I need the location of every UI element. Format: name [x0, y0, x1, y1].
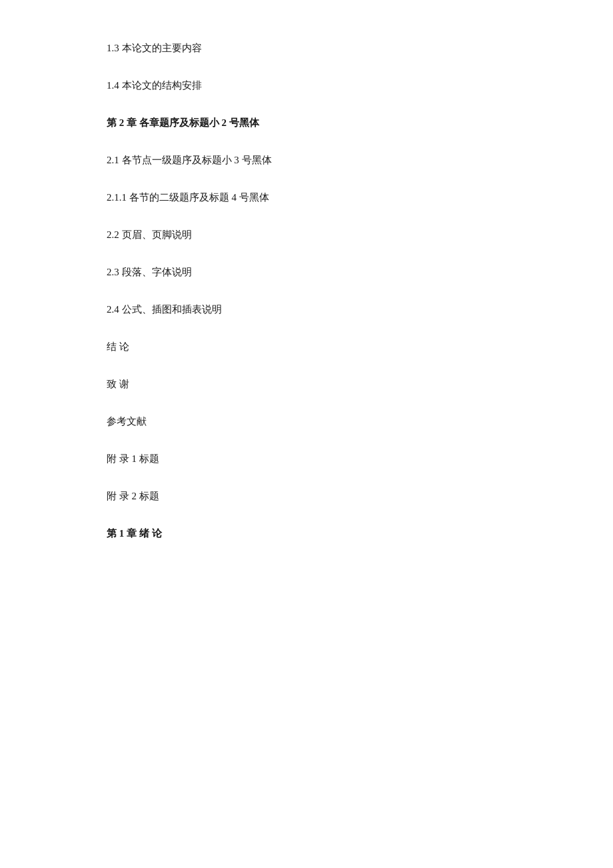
toc-item-item-14: 第 1 章 绪 论	[107, 525, 506, 541]
toc-item-item-3: 第 2 章 各章题序及标题小 2 号黑体	[107, 115, 506, 131]
page-container: 1.3 本论文的主要内容1.4 本论文的结构安排第 2 章 各章题序及标题小 2…	[0, 0, 613, 868]
toc-list: 1.3 本论文的主要内容1.4 本论文的结构安排第 2 章 各章题序及标题小 2…	[107, 40, 506, 541]
toc-item-item-5: 2.1.1 各节的二级题序及标题 4 号黑体	[107, 189, 506, 205]
toc-item-item-12: 附 录 1 标题	[107, 451, 506, 467]
toc-item-item-10: 致 谢	[107, 376, 506, 392]
toc-item-item-9: 结 论	[107, 339, 506, 355]
toc-item-item-6: 2.2 页眉、页脚说明	[107, 227, 506, 243]
toc-item-item-1: 1.3 本论文的主要内容	[107, 40, 506, 56]
toc-item-item-11: 参考文献	[107, 413, 506, 429]
toc-item-item-8: 2.4 公式、插图和插表说明	[107, 301, 506, 317]
toc-item-item-7: 2.3 段落、字体说明	[107, 264, 506, 280]
toc-item-item-4: 2.1 各节点一级题序及标题小 3 号黑体	[107, 152, 506, 168]
toc-item-item-13: 附 录 2 标题	[107, 488, 506, 504]
toc-item-item-2: 1.4 本论文的结构安排	[107, 77, 506, 93]
